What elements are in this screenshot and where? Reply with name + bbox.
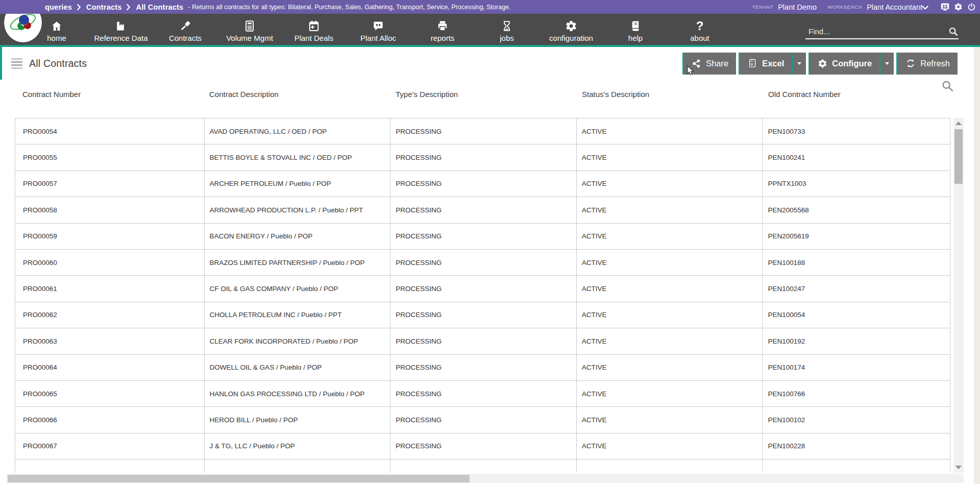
table-cell[interactable]: PRO00055	[15, 144, 205, 170]
column-header-old-contract-number[interactable]: Old Contract Number	[763, 90, 950, 101]
table-cell[interactable]: PRO00063	[15, 328, 205, 354]
table-cell[interactable]: PROCESSING	[390, 144, 577, 170]
table-cell[interactable]: ACTIVE	[577, 224, 763, 249]
table-cell[interactable]: ACTIVE	[577, 250, 763, 275]
table-cell[interactable]: PRO00064	[15, 355, 205, 380]
find-input[interactable]	[805, 26, 948, 37]
horizontal-scrollbar[interactable]	[7, 474, 964, 483]
table-cell[interactable]: AVAD OPERATING, LLC / OED / POP	[205, 118, 391, 144]
table-row[interactable]: PRO00066HEROD BILL / Pueblo / POPPROCESS…	[15, 407, 950, 433]
table-cell[interactable]: ACTIVE	[577, 144, 763, 170]
table-cell[interactable]: PEN100188	[763, 250, 950, 275]
table-cell[interactable]: PRO00066	[15, 407, 205, 432]
table-cell[interactable]: PROCESSING	[390, 407, 577, 432]
power-icon[interactable]	[967, 2, 976, 12]
find-search-icon[interactable]	[948, 27, 959, 37]
table-cell[interactable]: ACTIVE	[577, 328, 763, 354]
table-cell[interactable]: PPNTX1003	[763, 171, 950, 197]
workbench-chevron-down-icon[interactable]	[922, 3, 928, 12]
table-row[interactable]: PRO00054AVAD OPERATING, LLC / OED / POPP…	[15, 118, 950, 144]
table-cell[interactable]: PRO00061	[15, 276, 205, 301]
breadcrumb-all-contracts[interactable]: All Contracts	[136, 3, 183, 11]
table-row[interactable]: PRO00060BRAZOS LIMITED PARTNERSHIP / Pue…	[15, 250, 950, 276]
table-cell[interactable]: PRO00067	[15, 433, 205, 459]
table-cell[interactable]: BRAZOS LIMITED PARTNERSHIP / Pueblo / PO…	[205, 250, 391, 275]
table-row[interactable]: PRO00064DOWELL OIL & GAS / Pueblo / POPP…	[15, 355, 950, 381]
table-row[interactable]: PRO00058ARROWHEAD PRODUCTION L.P. / Pueb…	[15, 197, 950, 223]
scroll-down-arrow[interactable]	[955, 466, 962, 469]
table-cell[interactable]: PRO00060	[15, 250, 205, 275]
table-cell[interactable]: PRO00059	[15, 224, 205, 249]
table-row[interactable]: PRO00067J & TG, LLC / Pueblo / POPPROCES…	[15, 433, 950, 459]
table-cell[interactable]: PEN100733	[763, 118, 950, 144]
table-cell[interactable]: BACON ENERGY / Pueblo / POP	[205, 224, 391, 249]
table-cell[interactable]: ACTIVE	[577, 407, 763, 432]
table-cell[interactable]: CF OIL & GAS COMPANY / Pueblo / POP	[205, 276, 391, 301]
table-cell[interactable]: ACTIVE	[577, 381, 763, 406]
horizontal-scrollbar-thumb[interactable]	[8, 475, 470, 482]
settings-gear-icon[interactable]	[953, 2, 963, 12]
table-cell[interactable]: ACTIVE	[577, 118, 763, 144]
session-users-icon[interactable]	[940, 2, 950, 12]
nav-item-about[interactable]: ? about	[668, 14, 732, 45]
nav-item-help[interactable]: help	[603, 14, 668, 45]
table-cell[interactable]: ACTIVE	[577, 197, 763, 223]
table-row[interactable]: PRO00065HANLON GAS PROCESSING LTD / Pueb…	[15, 381, 950, 407]
table-cell[interactable]: PRO00058	[15, 197, 205, 223]
table-cell[interactable]: ACTIVE	[577, 433, 763, 459]
table-cell[interactable]: PRO00057	[15, 171, 205, 197]
table-cell[interactable]: PROCESSING	[390, 355, 577, 380]
column-header-contract-description[interactable]: Contract Description	[204, 90, 390, 101]
table-row[interactable]: PRO00061CF OIL & GAS COMPANY / Pueblo / …	[15, 276, 950, 302]
nav-item-volume-mgmt[interactable]: Volume Mgmt	[217, 14, 282, 45]
table-cell[interactable]: PRO00054	[15, 118, 205, 144]
share-button[interactable]: Share	[682, 53, 736, 75]
nav-item-jobs[interactable]: jobs	[475, 14, 539, 45]
breadcrumb-contracts[interactable]: Contracts	[86, 3, 121, 11]
table-cell[interactable]: PROCESSING	[390, 250, 577, 275]
excel-dropdown-button[interactable]	[792, 53, 806, 75]
table-cell[interactable]: PEN100241	[763, 144, 950, 170]
column-header-status-description[interactable]: Status's Description	[577, 90, 763, 101]
table-cell[interactable]: J & TG, LLC / Pueblo / POP	[205, 433, 391, 459]
table-row[interactable]: PRO00062CHOLLA PETROLEUM INC / Pueblo / …	[15, 302, 950, 328]
table-search-icon[interactable]	[941, 80, 954, 95]
table-row-partial[interactable]	[15, 459, 950, 473]
table-cell[interactable]: ARCHER PETROLEUM / Pueblo / POP	[205, 171, 391, 197]
table-cell[interactable]: PEN100766	[763, 381, 950, 406]
table-cell[interactable]: PRO00065	[15, 381, 205, 406]
nav-item-contracts[interactable]: Contracts	[153, 14, 217, 45]
table-cell[interactable]: PROCESSING	[390, 433, 577, 459]
configure-button[interactable]: Configure	[808, 53, 879, 75]
table-cell[interactable]: ACTIVE	[577, 171, 763, 197]
table-row[interactable]: PRO00057ARCHER PETROLEUM / Pueblo / POPP…	[15, 171, 950, 197]
table-cell[interactable]: PEN100192	[763, 328, 950, 354]
table-cell[interactable]: PROCESSING	[390, 197, 577, 223]
nav-item-plant-alloc[interactable]: Plant Alloc	[346, 14, 410, 45]
workbench-value[interactable]: Plant Accountant	[867, 3, 922, 11]
table-row[interactable]: PRO00059BACON ENERGY / Pueblo / POPPROCE…	[15, 224, 950, 250]
table-cell[interactable]: PEN100054	[763, 302, 950, 328]
table-cell[interactable]: PROCESSING	[390, 276, 577, 301]
table-cell[interactable]: PEN2005568	[763, 197, 950, 223]
table-row[interactable]: PRO00063CLEAR FORK INCORPORATED / Pueblo…	[15, 328, 950, 354]
table-cell[interactable]: BETTIS BOYLE & STOVALL INC / OED / POP	[205, 144, 391, 170]
table-cell[interactable]: PEN100247	[763, 276, 950, 301]
table-cell[interactable]: ACTIVE	[577, 355, 763, 380]
vertical-scrollbar-thumb[interactable]	[954, 129, 963, 184]
scroll-up-arrow[interactable]	[955, 122, 962, 125]
table-cell[interactable]: PEN2005619	[763, 224, 950, 249]
column-header-contract-number[interactable]: Contract Number	[15, 90, 204, 101]
nav-item-reports[interactable]: reports	[410, 14, 475, 45]
vertical-scrollbar[interactable]	[953, 118, 964, 473]
table-cell[interactable]: CHOLLA PETROLEUM INC / Pueblo / PPT	[205, 302, 391, 328]
table-cell[interactable]: HANLON GAS PROCESSING LTD / Pueblo / POP	[205, 381, 391, 406]
table-cell[interactable]: PROCESSING	[390, 118, 577, 144]
nav-item-configuration[interactable]: configuration	[539, 14, 603, 45]
table-cell[interactable]: PROCESSING	[390, 224, 577, 249]
configure-dropdown-button[interactable]	[879, 53, 894, 75]
table-cell[interactable]: ACTIVE	[577, 302, 763, 328]
nav-item-plant-deals[interactable]: Plant Deals	[282, 14, 346, 45]
table-cell[interactable]: HEROD BILL / Pueblo / POP	[205, 407, 391, 432]
table-cell[interactable]: CLEAR FORK INCORPORATED / Pueblo / POP	[205, 328, 391, 354]
